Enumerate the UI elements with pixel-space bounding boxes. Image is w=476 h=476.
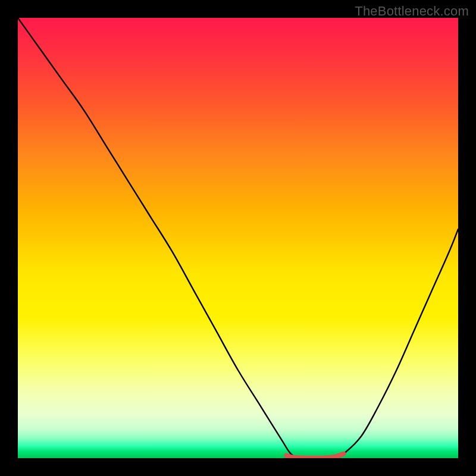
chart-frame: TheBottleneck.com xyxy=(0,0,476,476)
plot-area xyxy=(18,18,458,458)
watermark-text: TheBottleneck.com xyxy=(355,4,469,19)
bottleneck-curve xyxy=(18,18,458,458)
curve-layer xyxy=(18,18,458,458)
sweet-spot-marker xyxy=(286,454,343,458)
